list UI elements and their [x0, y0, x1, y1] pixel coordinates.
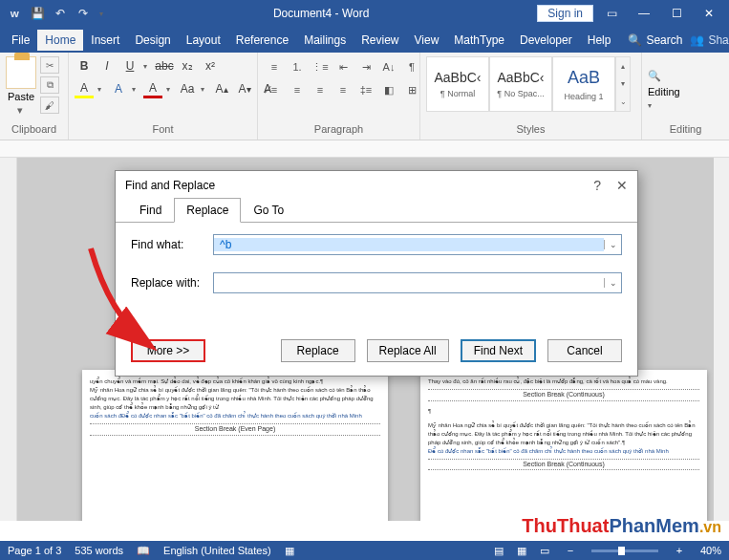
document-page-2[interactable]: Thay vào đó, cô ăn rất nhiều rau củ, đặc…: [420, 370, 707, 521]
chevron-down-icon[interactable]: ⌄: [604, 278, 621, 288]
tab-file[interactable]: File: [4, 30, 37, 51]
tab-references[interactable]: Reference: [228, 30, 296, 51]
watermark: ThuThuatPhanMem.vn: [522, 515, 721, 537]
line-spacing-button[interactable]: ‡≡: [355, 79, 376, 100]
share-button[interactable]: 👥Share: [682, 33, 729, 47]
text-highlight-button[interactable]: A: [75, 79, 94, 98]
increase-indent-button[interactable]: ⇥: [355, 56, 376, 77]
strikethrough-button[interactable]: abc: [155, 56, 174, 75]
more-button[interactable]: More >>: [131, 339, 205, 362]
chevron-down-icon[interactable]: ⌄: [604, 240, 621, 249]
redo-icon[interactable]: ↷: [75, 5, 92, 22]
replace-with-label: Replace with:: [131, 276, 205, 290]
font-group-label: Font: [75, 123, 251, 139]
styles-gallery-scroller[interactable]: ▴▾⌄: [615, 56, 631, 112]
bold-button[interactable]: B: [75, 56, 94, 75]
format-painter-icon[interactable]: 🖌: [40, 97, 59, 114]
align-left-button[interactable]: ≡: [264, 79, 285, 100]
cancel-button[interactable]: Cancel: [547, 339, 622, 362]
styles-group-label: Styles: [426, 123, 635, 139]
style-normal[interactable]: AaBbC‹¶ Normal: [426, 56, 489, 112]
tab-help[interactable]: Help: [580, 30, 619, 51]
underline-button[interactable]: U: [120, 56, 139, 75]
read-mode-icon[interactable]: ▤: [494, 545, 504, 557]
find-icon[interactable]: 🔍: [648, 70, 661, 82]
tab-mathtype[interactable]: MathType: [446, 30, 512, 51]
undo-icon[interactable]: ↶: [52, 5, 69, 22]
tab-view[interactable]: View: [407, 30, 447, 51]
show-marks-button[interactable]: ¶: [401, 56, 422, 77]
shading-button[interactable]: ◧: [378, 79, 399, 100]
grow-font-button[interactable]: A▴: [212, 79, 231, 98]
change-case-button[interactable]: Aa: [178, 79, 197, 98]
text-effects-button[interactable]: A: [109, 79, 128, 98]
shrink-font-button[interactable]: A▾: [235, 79, 254, 98]
tab-insert[interactable]: Insert: [83, 30, 127, 51]
tab-layout[interactable]: Layout: [179, 30, 228, 51]
page-number[interactable]: Page 1 of 3: [8, 545, 61, 556]
tell-me-search[interactable]: 🔍Search: [628, 33, 682, 47]
qat-dropdown-icon[interactable]: ▾: [97, 5, 105, 22]
language[interactable]: English (United States): [163, 545, 271, 556]
dialog-tab-goto[interactable]: Go To: [241, 198, 296, 223]
numbering-button[interactable]: 1.: [287, 56, 308, 77]
tab-developer[interactable]: Developer: [512, 30, 580, 51]
find-what-input[interactable]: [214, 238, 604, 251]
maximize-icon[interactable]: ☐: [662, 0, 691, 27]
web-layout-icon[interactable]: ▭: [540, 545, 549, 557]
minimize-icon[interactable]: —: [630, 0, 658, 27]
decrease-indent-button[interactable]: ⇤: [332, 56, 354, 77]
copy-icon[interactable]: ⧉: [40, 76, 59, 94]
align-center-button[interactable]: ≡: [287, 79, 308, 100]
document-page-1[interactable]: uyển chuyển và mềm mại. Sự dẻo dai, vẻ đ…: [82, 370, 388, 521]
borders-button[interactable]: ⊞: [401, 79, 422, 100]
tab-review[interactable]: Review: [354, 30, 406, 51]
sort-button[interactable]: A↓: [378, 56, 399, 77]
bullets-button[interactable]: ≡: [264, 56, 285, 77]
replace-button[interactable]: Replace: [281, 339, 355, 362]
close-icon[interactable]: ✕: [616, 178, 628, 193]
find-next-button[interactable]: Find Next: [461, 339, 536, 362]
dialog-tab-replace[interactable]: Replace: [174, 198, 241, 223]
replace-all-button[interactable]: Replace All: [367, 339, 449, 362]
multilevel-button[interactable]: ⋮≡: [310, 56, 331, 77]
spell-check-icon[interactable]: 📖: [137, 545, 150, 557]
close-icon[interactable]: ✕: [695, 0, 723, 27]
style-heading1[interactable]: AaBHeading 1: [552, 56, 615, 112]
vertical-scrollbar[interactable]: [714, 158, 729, 521]
find-what-label: Find what:: [131, 238, 205, 251]
chevron-down-icon[interactable]: ▾: [648, 101, 655, 110]
cut-icon[interactable]: ✂: [40, 56, 59, 74]
zoom-slider[interactable]: [591, 549, 658, 552]
save-icon[interactable]: 💾: [29, 5, 46, 22]
print-layout-icon[interactable]: ▦: [517, 545, 526, 557]
menu-bar: File Home Insert Design Layout Reference…: [0, 27, 729, 53]
tab-home[interactable]: Home: [37, 30, 83, 51]
style-nospacing[interactable]: AaBbC‹¶ No Spac...: [489, 56, 552, 112]
vertical-ruler[interactable]: [0, 158, 17, 521]
section-break-marker: Section Break (Continuous): [428, 459, 699, 471]
word-count[interactable]: 535 words: [75, 545, 123, 556]
replace-with-input[interactable]: [214, 276, 604, 290]
macro-icon[interactable]: ▦: [285, 545, 294, 557]
justify-button[interactable]: ≡: [332, 79, 354, 100]
tab-design[interactable]: Design: [127, 30, 178, 51]
section-break-marker: Section Break (Even Page): [90, 423, 380, 436]
signin-button[interactable]: Sign in: [537, 5, 593, 22]
chevron-down-icon[interactable]: ▾: [17, 104, 25, 117]
svg-text:W: W: [11, 9, 20, 19]
superscript-button[interactable]: x²: [201, 56, 220, 75]
font-color-button[interactable]: A: [143, 79, 162, 98]
paste-button[interactable]: Paste ▾: [6, 56, 36, 117]
help-icon[interactable]: ?: [593, 178, 601, 193]
zoom-level[interactable]: 40%: [700, 545, 721, 556]
italic-button[interactable]: I: [97, 56, 117, 75]
ribbon-display-icon[interactable]: ▭: [597, 0, 626, 27]
dialog-tab-find[interactable]: Find: [127, 198, 174, 223]
subscript-button[interactable]: x₂: [178, 56, 197, 75]
tab-mailings[interactable]: Mailings: [296, 30, 354, 51]
align-right-button[interactable]: ≡: [310, 79, 331, 100]
zoom-in-button[interactable]: +: [672, 545, 687, 556]
horizontal-ruler[interactable]: [0, 140, 729, 158]
zoom-out-button[interactable]: −: [563, 545, 578, 556]
